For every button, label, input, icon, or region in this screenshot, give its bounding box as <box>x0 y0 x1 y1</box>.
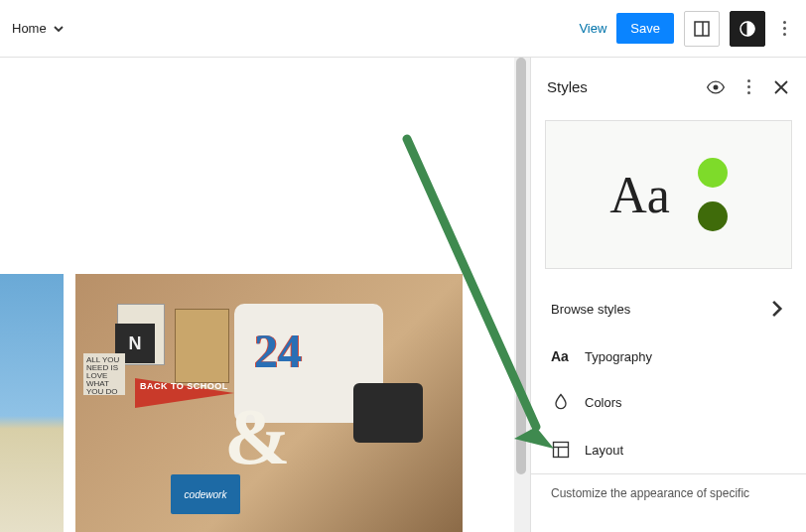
sidebar-title: Styles <box>547 78 588 95</box>
ampersand-prop: & <box>224 392 291 482</box>
swatch-light <box>698 158 728 188</box>
sidebar-header-actions <box>706 71 790 102</box>
top-toolbar: Home View Save <box>0 0 806 58</box>
chevron-right-icon <box>766 299 786 319</box>
close-icon[interactable] <box>772 78 790 96</box>
layout-item[interactable]: Layout <box>531 426 806 473</box>
sidebar-header: Styles <box>531 58 806 116</box>
preview-color-dots <box>698 158 728 231</box>
love-card-prop: ALL YOU NEED IS LOVE WHAT YOU DO <box>83 353 125 395</box>
typography-item[interactable]: Aa Typography <box>531 334 806 378</box>
shirt-number: 24 <box>254 324 302 378</box>
svg-rect-0 <box>695 22 709 36</box>
preview-type-sample: Aa <box>609 166 670 224</box>
layout-icon <box>551 440 571 460</box>
page-selector[interactable]: Home <box>12 21 65 36</box>
notebook-prop <box>175 309 229 383</box>
svg-point-3 <box>714 84 719 89</box>
camera-prop <box>353 383 423 443</box>
save-button[interactable]: Save <box>616 13 674 44</box>
sidebar-more-button[interactable] <box>739 71 758 102</box>
more-menu-button[interactable] <box>775 13 794 44</box>
sidebar-toggle-button[interactable] <box>684 11 720 47</box>
canvas-scrollbar[interactable] <box>514 58 530 532</box>
browse-styles-item[interactable]: Browse styles <box>531 283 806 334</box>
chevron-down-icon <box>53 23 65 35</box>
coderbox-prop: codework <box>171 474 240 514</box>
colors-item[interactable]: Colors <box>531 378 806 426</box>
editor-canvas[interactable]: N ALL YOU NEED IS LOVE WHAT YOU DO 24 BA… <box>0 58 514 532</box>
top-actions: View Save <box>579 11 794 47</box>
browse-styles-label: Browse styles <box>551 302 630 317</box>
drop-icon <box>551 392 571 412</box>
customize-hint: Customize the appearance of specific <box>531 473 806 500</box>
colors-label: Colors <box>585 395 622 410</box>
typography-icon: Aa <box>551 348 571 364</box>
view-link[interactable]: View <box>579 21 606 36</box>
contrast-icon <box>739 20 756 38</box>
style-preview-card[interactable]: Aa <box>545 120 792 269</box>
image-gallery: N ALL YOU NEED IS LOVE WHAT YOU DO 24 BA… <box>0 274 514 532</box>
styles-sidebar: Styles Aa Browse styles Aa Typography C <box>530 58 806 532</box>
panel-icon <box>693 20 711 38</box>
pennant-text: BACK TO SCHOOL <box>140 381 228 391</box>
main-area: N ALL YOU NEED IS LOVE WHAT YOU DO 24 BA… <box>0 58 806 532</box>
swatch-dark <box>698 201 728 231</box>
layout-label: Layout <box>585 443 623 458</box>
styles-toggle-button[interactable] <box>730 11 765 47</box>
scrollbar-thumb[interactable] <box>516 58 526 474</box>
gallery-image-1[interactable] <box>0 274 64 532</box>
typography-label: Typography <box>585 349 652 364</box>
svg-rect-4 <box>554 443 569 458</box>
gallery-image-2[interactable]: N ALL YOU NEED IS LOVE WHAT YOU DO 24 BA… <box>75 274 463 532</box>
page-selector-label: Home <box>12 21 47 36</box>
eye-icon[interactable] <box>706 77 726 97</box>
